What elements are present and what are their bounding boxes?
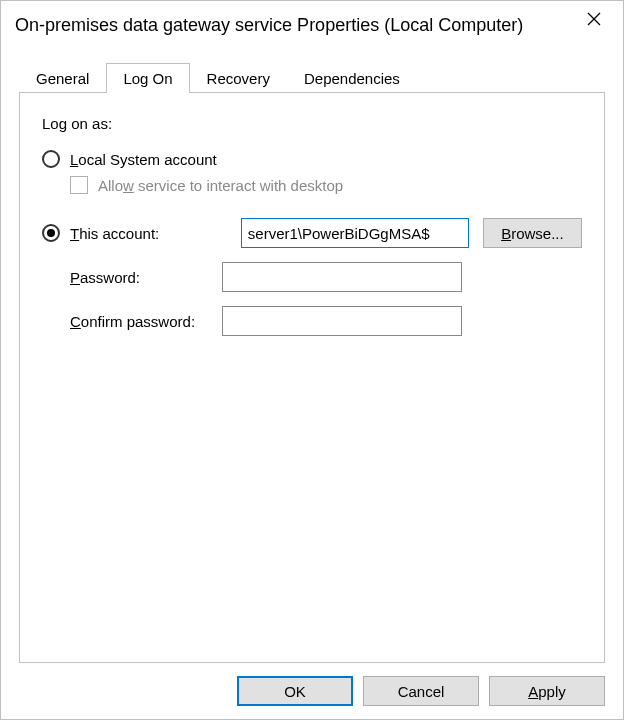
- radio-icon: [42, 150, 60, 168]
- logon-panel: Log on as: Local System account Allow se…: [19, 93, 605, 663]
- radio-icon: [42, 224, 60, 242]
- account-input[interactable]: [241, 218, 469, 248]
- properties-dialog: On-premises data gateway service Propert…: [0, 0, 624, 720]
- local-system-label: Local System account: [70, 151, 217, 168]
- tabs-container: General Log On Recovery Dependencies Log…: [1, 49, 623, 663]
- close-icon: [587, 12, 601, 26]
- local-system-option[interactable]: Local System account: [42, 150, 582, 168]
- logon-as-label: Log on as:: [42, 115, 582, 132]
- tab-logon[interactable]: Log On: [106, 63, 189, 93]
- window-title: On-premises data gateway service Propert…: [15, 15, 523, 36]
- checkbox-icon: [70, 176, 88, 194]
- this-account-label: This account:: [70, 225, 159, 242]
- password-label: Password:: [42, 269, 222, 286]
- this-account-option[interactable]: This account:: [42, 224, 241, 242]
- confirm-password-input[interactable]: [222, 306, 462, 336]
- cancel-button[interactable]: Cancel: [363, 676, 479, 706]
- titlebar: On-premises data gateway service Propert…: [1, 1, 623, 49]
- tab-general[interactable]: General: [19, 63, 106, 93]
- confirm-password-label: Confirm password:: [42, 313, 222, 330]
- ok-button[interactable]: OK: [237, 676, 353, 706]
- password-row: Password:: [42, 262, 582, 292]
- close-button[interactable]: [571, 1, 617, 37]
- button-bar: OK Cancel Apply: [1, 663, 623, 719]
- apply-button[interactable]: Apply: [489, 676, 605, 706]
- interact-desktop-label: Allow service to interact with desktop: [98, 177, 343, 194]
- password-input[interactable]: [222, 262, 462, 292]
- tab-dependencies[interactable]: Dependencies: [287, 63, 417, 93]
- tab-row: General Log On Recovery Dependencies: [19, 61, 605, 93]
- confirm-password-row: Confirm password:: [42, 306, 582, 336]
- tab-recovery[interactable]: Recovery: [190, 63, 287, 93]
- interact-desktop-option: Allow service to interact with desktop: [70, 176, 582, 194]
- this-account-row: This account: Browse...: [42, 218, 582, 248]
- browse-button[interactable]: Browse...: [483, 218, 582, 248]
